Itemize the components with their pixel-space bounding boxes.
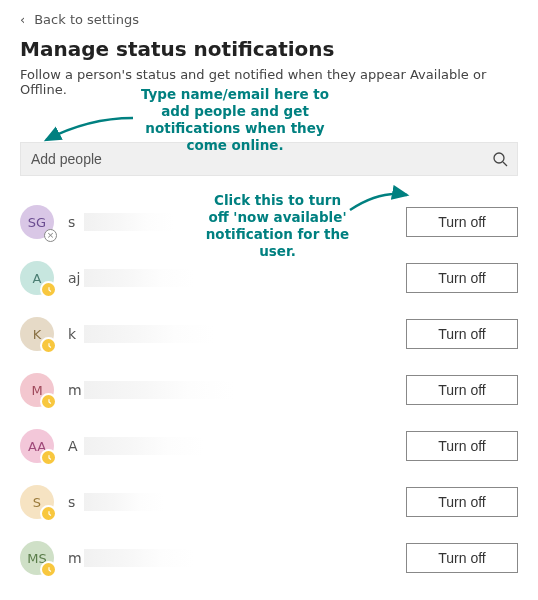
away-presence-icon [40, 393, 57, 410]
page-subtitle: Follow a person's status and get notifie… [20, 67, 518, 97]
search-icon [483, 151, 517, 167]
chevron-left-icon: ‹ [20, 12, 25, 27]
person-name-prefix: s [68, 214, 84, 230]
add-people-search[interactable] [20, 142, 518, 176]
add-people-input[interactable] [21, 143, 483, 175]
away-presence-icon [40, 281, 57, 298]
redacted-name [84, 381, 234, 399]
away-presence-icon [40, 561, 57, 578]
turn-off-button[interactable]: Turn off [406, 375, 518, 405]
avatar: S [20, 485, 54, 519]
avatar: K [20, 317, 54, 351]
turn-off-button[interactable]: Turn off [406, 263, 518, 293]
page-title: Manage status notifications [20, 37, 518, 61]
person-row: MmTurn off [20, 362, 518, 418]
turn-off-button[interactable]: Turn off [406, 487, 518, 517]
redacted-name [84, 325, 214, 343]
svg-line-1 [503, 162, 507, 166]
redacted-name [84, 269, 194, 287]
person-row: KkTurn off [20, 306, 518, 362]
svg-point-0 [494, 153, 504, 163]
person-row: AAATurn off [20, 418, 518, 474]
turn-off-button[interactable]: Turn off [406, 431, 518, 461]
away-presence-icon [40, 449, 57, 466]
turn-off-button[interactable]: Turn off [406, 207, 518, 237]
redacted-name [84, 213, 174, 231]
person-row: AajTurn off [20, 250, 518, 306]
person-name-prefix: s [68, 494, 84, 510]
redacted-name [84, 493, 164, 511]
avatar: A [20, 261, 54, 295]
away-presence-icon [40, 337, 57, 354]
person-name-prefix: m [68, 382, 84, 398]
back-label: Back to settings [34, 12, 139, 27]
person-name-prefix: k [68, 326, 84, 342]
turn-off-button[interactable]: Turn off [406, 319, 518, 349]
avatar: AA [20, 429, 54, 463]
away-presence-icon [40, 505, 57, 522]
person-row: SsTurn off [20, 474, 518, 530]
person-row: MSmTurn off [20, 530, 518, 586]
person-name-prefix: A [68, 438, 84, 454]
person-name-prefix: aj [68, 270, 84, 286]
person-row: SGsTurn off [20, 194, 518, 250]
redacted-name [84, 437, 204, 455]
people-list: SGsTurn offAajTurn offKkTurn offMmTurn o… [20, 194, 518, 586]
avatar: MS [20, 541, 54, 575]
avatar: SG [20, 205, 54, 239]
back-to-settings-link[interactable]: ‹ Back to settings [20, 10, 518, 33]
person-name-prefix: m [68, 550, 84, 566]
offline-presence-icon [44, 229, 57, 242]
redacted-name [84, 549, 194, 567]
avatar: M [20, 373, 54, 407]
turn-off-button[interactable]: Turn off [406, 543, 518, 573]
